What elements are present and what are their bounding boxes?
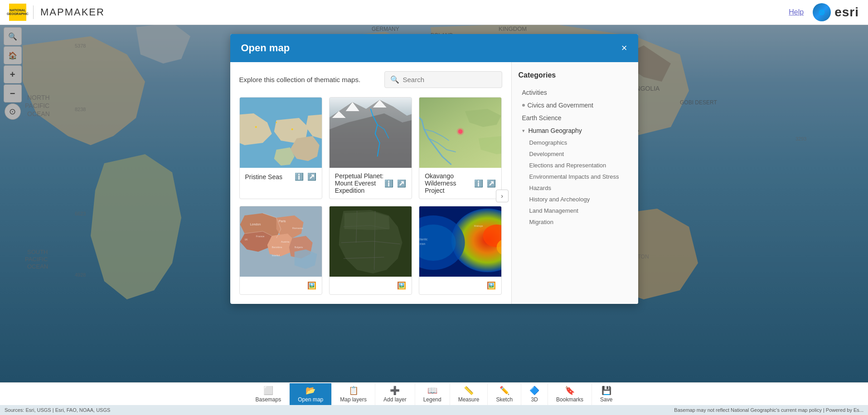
legend-icon: 📖 [427, 386, 437, 395]
map-card-title: Pristine Seas [245, 173, 282, 181]
map-card-icons-4: 🖼️ [307, 281, 316, 290]
toolbar-add-layer[interactable]: ➕ Add layer [375, 383, 415, 405]
categories-sidebar: Categories Activities Civics and Governm… [511, 62, 638, 304]
toolbar-save[interactable]: 💾 Save [592, 383, 621, 405]
help-link[interactable]: Help [789, 8, 804, 16]
modal-header: Open map × [230, 34, 638, 62]
img-icon-5: 🖼️ [397, 281, 406, 290]
svg-text:Austria: Austria [281, 240, 289, 243]
map-thumb-mountain [330, 98, 412, 168]
map-card-okavango[interactable]: Okavango Wilderness Project ℹ️ ↗️ [419, 97, 502, 199]
svg-point-28 [255, 126, 257, 128]
map-card-footer-5: 🖼️ [330, 277, 412, 294]
subcategory-hazards[interactable]: Hazards [519, 182, 631, 194]
map-card-everest[interactable]: Perpetual Planet: Mount Everest Expediti… [329, 97, 412, 199]
map-card-thermal[interactable]: Atlantic Ocean Malaga 🖼️ [419, 206, 502, 295]
open-icon-2[interactable]: ↗️ [397, 179, 406, 188]
modal-title: Open map [241, 42, 290, 54]
attribution-right: Basemap may not reflect National Geograp… [674, 407, 863, 413]
toolbar-3d[interactable]: 🔷 3D [521, 383, 548, 405]
map-card-pristine-seas[interactable]: Pristine Seas ℹ️ ↗️ [239, 97, 322, 199]
save-icon: 💾 [601, 386, 611, 395]
sketch-icon: ✏️ [499, 386, 509, 395]
open-icon[interactable]: ↗️ [307, 172, 316, 181]
map-card-africa-sat[interactable]: 🖼️ [329, 206, 412, 295]
map-thumb-terrain [419, 98, 501, 168]
attribution-left: Sources: Esri, USGS | Esri, FAO, NOAA, U… [5, 407, 110, 413]
toolbar-sketch[interactable]: ✏️ Sketch [488, 383, 521, 405]
open-icon-3[interactable]: ↗️ [487, 179, 496, 188]
info-icon-2[interactable]: ℹ️ [384, 179, 393, 188]
svg-text:Barcelona: Barcelona [272, 246, 282, 249]
subcategory-environmental[interactable]: Environmental Impacts and Stress [519, 171, 631, 182]
measure-icon: 📏 [464, 386, 474, 395]
map-grid: Pristine Seas ℹ️ ↗️ [239, 97, 502, 295]
map-card-europe[interactable]: London Paris France Austria UK Romania B… [239, 206, 322, 295]
map-card-footer-4: 🖼️ [240, 277, 322, 294]
category-activities[interactable]: Activities [519, 86, 631, 99]
header-logo: NATIONAL GEOGRAPHIC [9, 4, 26, 21]
app-title: MAPMAKER [40, 6, 105, 18]
search-bar: Explore this collection of thematic maps… [239, 71, 502, 88]
info-icon[interactable]: ℹ️ [295, 172, 304, 181]
info-icon-3[interactable]: ℹ️ [474, 179, 483, 188]
bookmarks-icon: 🔖 [565, 386, 575, 395]
toolbar-basemaps[interactable]: ⬜ Basemaps [247, 383, 290, 405]
modal-main: Explore this collection of thematic maps… [230, 62, 511, 304]
subcategory-history[interactable]: History and Archeology [519, 194, 631, 205]
svg-text:Atlantic: Atlantic [419, 238, 428, 241]
svg-text:Romania: Romania [292, 227, 303, 229]
category-human-geography[interactable]: ▾ Human Geography [519, 124, 631, 137]
svg-text:France: France [256, 235, 264, 238]
map-thumb-africa [330, 206, 412, 277]
header-divider [33, 5, 34, 19]
esri-text: esri [834, 5, 859, 20]
bottom-toolbar: ⬜ Basemaps 📂 Open map 📋 Map layers ➕ Add… [0, 382, 868, 405]
subcategory-demographics[interactable]: Demographics [519, 137, 631, 148]
basemaps-icon: ⬜ [263, 386, 273, 395]
grid-next-button[interactable]: › [496, 190, 509, 202]
subcategory-development[interactable]: Development [519, 148, 631, 160]
category-earth-science[interactable]: Earth Science [519, 112, 631, 124]
open-map-icon: 📂 [305, 386, 315, 395]
search-input[interactable] [403, 76, 494, 83]
search-input-wrap[interactable]: 🔍 [384, 71, 502, 88]
chevron-down-icon: ▾ [522, 128, 525, 134]
toolbar-map-layers[interactable]: 📋 Map layers [332, 383, 375, 405]
map-thumb-thermal: Atlantic Ocean Malaga [419, 206, 501, 277]
map-layers-icon: 📋 [349, 386, 359, 395]
toolbar-legend[interactable]: 📖 Legend [415, 383, 450, 405]
add-layer-icon: ➕ [390, 386, 400, 395]
map-thumb-world [240, 98, 322, 168]
svg-text:Bulgaria: Bulgaria [294, 246, 303, 249]
map-card-icons-5: 🖼️ [397, 281, 406, 290]
attribution-bar: Sources: Esri, USGS | Esri, FAO, NOAA, U… [0, 405, 868, 415]
search-icon: 🔍 [390, 75, 399, 84]
modal-close-button[interactable]: × [621, 43, 627, 53]
svg-point-29 [291, 128, 293, 130]
svg-text:London: London [250, 223, 260, 226]
subcategory-migration[interactable]: Migration [519, 216, 631, 228]
esri-globe-icon: 🌐 [813, 3, 831, 21]
map-card-icons-2: ℹ️ ↗️ [384, 179, 406, 188]
toolbar-bookmarks[interactable]: 🔖 Bookmarks [548, 383, 592, 405]
modal-description: Explore this collection of thematic maps… [239, 76, 379, 83]
svg-point-34 [457, 128, 464, 135]
nat-geo-text: NATIONAL GEOGRAPHIC [7, 9, 29, 16]
svg-text:Ocean: Ocean [419, 242, 425, 245]
open-map-modal: Open map × Explore this collection of th… [230, 34, 638, 304]
toolbar-measure[interactable]: 📏 Measure [450, 383, 488, 405]
subcategory-elections[interactable]: Elections and Representation [519, 160, 631, 171]
svg-text:Paris: Paris [278, 220, 286, 223]
map-card-footer-3: Okavango Wilderness Project ℹ️ ↗️ [419, 168, 501, 199]
header: NATIONAL GEOGRAPHIC MAPMAKER Help 🌐 esri [0, 0, 868, 25]
esri-logo: 🌐 esri [813, 3, 859, 21]
subcategory-land[interactable]: Land Management [519, 205, 631, 216]
category-civics[interactable]: Civics and Government [519, 99, 631, 112]
map-card-title-2: Perpetual Planet: Mount Everest Expediti… [335, 172, 384, 194]
toolbar-open-map[interactable]: 📂 Open map [290, 383, 332, 405]
img-icon-4: 🖼️ [307, 281, 316, 290]
threed-icon: 🔷 [529, 386, 539, 395]
modal-body: Explore this collection of thematic maps… [230, 62, 638, 304]
nat-geo-yellow-box: NATIONAL GEOGRAPHIC [9, 4, 26, 21]
